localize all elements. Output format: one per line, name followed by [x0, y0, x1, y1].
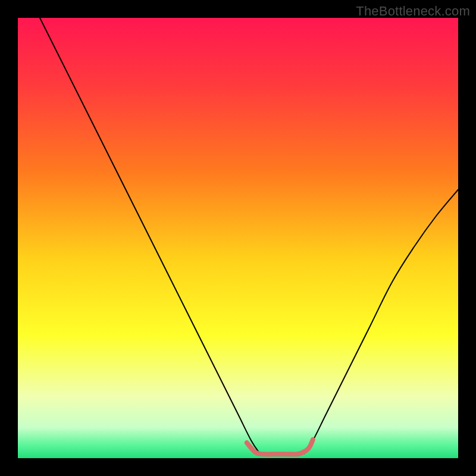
gradient-background [18, 18, 458, 458]
watermark-text: TheBottleneck.com [356, 4, 470, 19]
bottleneck-chart [18, 18, 458, 458]
chart-frame [18, 18, 458, 458]
